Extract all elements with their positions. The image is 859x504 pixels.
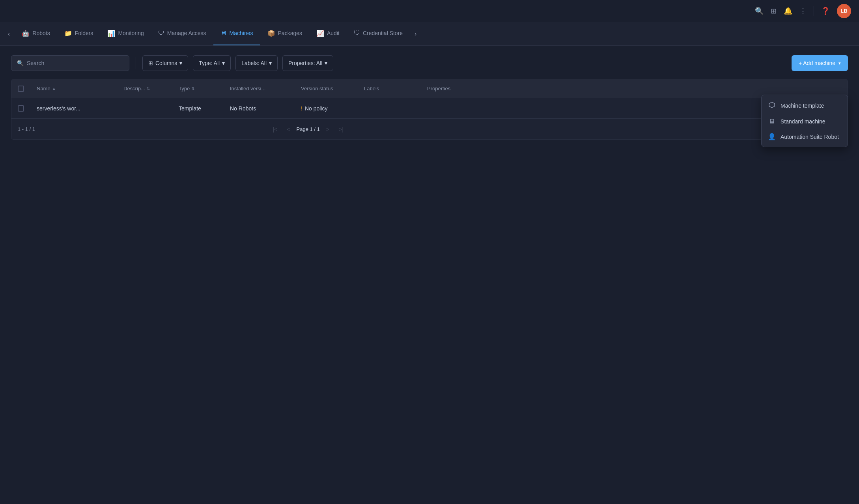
next-page-button[interactable]: > <box>323 125 332 134</box>
columns-button[interactable]: ⊞ Columns ▾ <box>142 55 188 71</box>
dropdown-item-standard-machine[interactable]: 🖥 Standard machine <box>762 114 848 129</box>
nav-item-manage-access[interactable]: 🛡 Manage Access <box>151 22 213 46</box>
table-header: Name ▲ Descrip... ⇅ Type ⇅ Installed ver… <box>11 79 848 98</box>
labels-filter-button[interactable]: Labels: All ▾ <box>235 55 278 71</box>
nav-item-monitoring[interactable]: 📊 Monitoring <box>100 22 151 46</box>
add-machine-chevron-icon: ▾ <box>838 61 841 66</box>
nav-prev-arrow[interactable]: ‹ <box>3 27 15 41</box>
last-page-button[interactable]: >| <box>336 125 347 134</box>
page-label: Page 1 / 1 <box>297 126 320 132</box>
manage-access-icon: 🛡 <box>158 30 164 37</box>
credential-store-icon: 🛡 <box>354 30 360 37</box>
labels-chevron-icon: ▾ <box>269 60 272 66</box>
nav-item-audit[interactable]: 📈 Audit <box>309 22 347 46</box>
th-labels[interactable]: Labels <box>361 86 424 91</box>
bell-icon[interactable]: 🔔 <box>784 7 792 15</box>
search-box[interactable]: 🔍 <box>11 55 129 71</box>
th-description[interactable]: Descrip... ⇅ <box>120 86 176 91</box>
toolbar-divider <box>136 57 136 69</box>
td-name: serverless's wor... <box>34 105 120 112</box>
standard-machine-icon: 🖥 <box>768 118 776 125</box>
audit-icon: 📈 <box>316 30 324 37</box>
machines-table: Name ▲ Descrip... ⇅ Type ⇅ Installed ver… <box>11 79 848 140</box>
type-chevron-icon: ▾ <box>222 60 225 66</box>
columns-icon: ⊞ <box>148 60 153 66</box>
range-label: 1 - 1 / 1 <box>18 126 35 132</box>
topbar: 🔍 ⊞ 🔔 ⋮ ❓ LB <box>0 0 859 22</box>
warning-icon: ! <box>301 105 303 112</box>
th-installed-version[interactable]: Installed versi... <box>227 86 298 91</box>
dropdown-item-automation-suite-robot[interactable]: 👤 Automation Suite Robot <box>762 129 848 144</box>
search-icon[interactable]: 🔍 <box>755 7 764 15</box>
type-sort-icon: ⇅ <box>191 86 194 91</box>
td-installed-version: No Robots <box>227 105 298 112</box>
name-sort-icon: ▲ <box>52 86 56 91</box>
dropdown-item-machine-template[interactable]: Machine template <box>762 97 848 114</box>
add-machine-dropdown: Machine template 🖥 Standard machine 👤 Au… <box>761 95 848 147</box>
td-version-status: ! No policy <box>298 105 361 112</box>
th-type[interactable]: Type ⇅ <box>176 86 227 91</box>
add-machine-button[interactable]: + Add machine ▾ <box>792 55 848 71</box>
robots-icon: 🤖 <box>22 30 30 37</box>
machines-icon: 🖥 <box>220 30 227 37</box>
table-row[interactable]: serverless's wor... Template No Robots !… <box>11 98 848 119</box>
machine-template-icon <box>768 101 776 110</box>
nav-item-packages[interactable]: 📦 Packages <box>260 22 309 46</box>
packages-icon: 📦 <box>267 30 275 37</box>
nav-item-robots[interactable]: 🤖 Robots <box>15 22 57 46</box>
nav-item-folders[interactable]: 📁 Folders <box>57 22 101 46</box>
automation-suite-robot-icon: 👤 <box>768 133 776 140</box>
properties-filter-button[interactable]: Properties: All ▾ <box>282 55 333 71</box>
type-filter-button[interactable]: Type: All ▾ <box>193 55 231 71</box>
nav-next-arrow[interactable]: › <box>410 27 421 41</box>
table-footer: 1 - 1 / 1 |< < Page 1 / 1 > >| Items 10 … <box>11 119 848 139</box>
nav-item-machines[interactable]: 🖥 Machines <box>213 22 260 46</box>
desc-sort-icon: ⇅ <box>147 86 150 91</box>
select-all-checkbox[interactable] <box>18 86 24 92</box>
th-version-status[interactable]: Version status <box>298 86 361 91</box>
row-checkbox[interactable] <box>18 105 24 112</box>
pagination: |< < Page 1 / 1 > >| <box>270 125 347 134</box>
folders-icon: 📁 <box>64 30 72 37</box>
chevron-down-icon: ▾ <box>179 60 182 66</box>
search-icon: 🔍 <box>17 60 24 66</box>
svg-marker-0 <box>769 102 775 108</box>
th-name[interactable]: Name ▲ <box>34 86 120 91</box>
search-input[interactable] <box>27 60 123 66</box>
more-icon[interactable]: ⋮ <box>799 7 807 15</box>
avatar[interactable]: LB <box>837 4 851 18</box>
main-content: 🔍 ⊞ Columns ▾ Type: All ▾ Labels: All ▾ … <box>0 46 859 149</box>
th-properties[interactable]: Properties <box>424 86 841 91</box>
first-page-button[interactable]: |< <box>270 125 281 134</box>
navbar: ‹ 🤖 Robots 📁 Folders 📊 Monitoring 🛡 Mana… <box>0 22 859 46</box>
add-icon[interactable]: ⊞ <box>771 7 777 15</box>
monitoring-icon: 📊 <box>107 30 115 37</box>
topbar-divider <box>814 6 814 16</box>
td-type: Template <box>176 105 227 112</box>
help-icon[interactable]: ❓ <box>821 7 830 15</box>
prev-page-button[interactable]: < <box>284 125 293 134</box>
nav-item-credential-store[interactable]: 🛡 Credential Store <box>347 22 410 46</box>
properties-chevron-icon: ▾ <box>325 60 327 66</box>
toolbar: 🔍 ⊞ Columns ▾ Type: All ▾ Labels: All ▾ … <box>11 55 848 71</box>
